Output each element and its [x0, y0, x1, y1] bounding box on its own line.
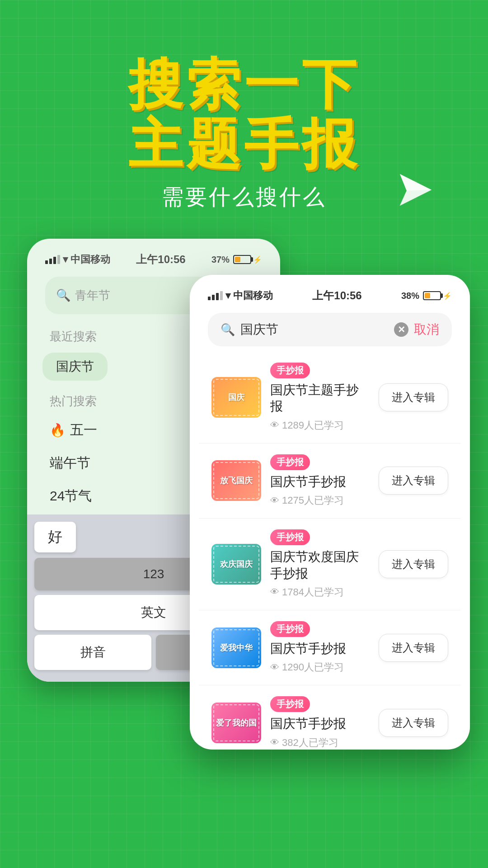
search-icon: 🔍 [56, 288, 70, 302]
back-status-bar: ▾ 中国移动 上午10:56 37% ⚡ [36, 248, 271, 271]
result-meta: 👁1290人已学习 [270, 660, 370, 674]
front-signal-bars [208, 291, 223, 300]
result-item[interactable]: 国庆 手抄报 国庆节主题手抄报 👁1289人已学习 进入专辑 [199, 352, 461, 443]
result-title: 国庆节手抄报 [270, 474, 370, 490]
kb-key-pinyin[interactable]: 拼音 [34, 635, 151, 670]
wifi-icon: ▾ [63, 254, 68, 265]
eye-icon: 👁 [270, 495, 279, 506]
result-item[interactable]: 放飞国庆 手抄报 国庆节手抄报 👁1275人已学习 进入专辑 [199, 443, 461, 519]
result-thumb: 欢庆国庆 [211, 544, 261, 585]
phones-area: ▾ 中国移动 上午10:56 37% ⚡ 🔍 青年节 取消 最近搜索 [18, 239, 470, 736]
front-status-right: 38% ⚡ [401, 291, 452, 301]
front-wifi-icon: ▾ [225, 290, 230, 302]
front-cancel-button[interactable]: 取消 [414, 321, 439, 338]
enter-album-button[interactable]: 进入专辑 [379, 383, 448, 411]
svg-marker-1 [400, 174, 432, 191]
back-status-right: 37% ⚡ [211, 255, 262, 265]
result-meta: 👁382人已学习 [270, 736, 370, 750]
back-status-left: ▾ 中国移动 [45, 253, 110, 266]
result-info: 手抄报 国庆节手抄报 👁1290人已学习 [270, 621, 370, 674]
result-badge: 手抄报 [270, 529, 310, 545]
kb-label-hao[interactable]: 好 [34, 522, 76, 552]
result-item[interactable]: 欢庆国庆 手抄报 国庆节欢度国庆手抄报 👁1784人已学习 进入专辑 [199, 519, 461, 610]
signal-bars [45, 255, 60, 264]
result-badge: 手抄报 [270, 363, 310, 378]
bolt-icon: ⚡ [253, 255, 262, 264]
eye-icon: 👁 [270, 662, 279, 673]
back-time: 上午10:56 [136, 252, 185, 267]
recent-tag-guoqing[interactable]: 国庆节 [42, 353, 108, 381]
eye-icon: 👁 [270, 587, 279, 597]
paper-plane-icon [398, 172, 434, 208]
result-thumb: 爱我中华 [211, 627, 261, 668]
enter-album-button[interactable]: 进入专辑 [379, 709, 448, 737]
result-badge: 手抄报 [270, 696, 310, 712]
back-carrier: 中国移动 [70, 253, 110, 266]
back-battery-pct: 37% [211, 255, 230, 265]
front-bolt-icon: ⚡ [443, 292, 452, 300]
result-thumb: 国庆 [211, 377, 261, 418]
front-status-left: ▾ 中国移动 [208, 289, 273, 302]
result-title: 国庆节手抄报 [270, 716, 370, 732]
result-meta: 👁1784人已学习 [270, 585, 370, 599]
result-info: 手抄报 国庆节欢度国庆手抄报 👁1784人已学习 [270, 529, 370, 599]
front-time: 上午10:56 [312, 288, 361, 303]
result-info: 手抄报 国庆节手抄报 👁382人已学习 [270, 696, 370, 749]
clear-search-button[interactable]: ✕ [394, 322, 408, 337]
result-info: 手抄报 国庆节主题手抄报 👁1289人已学习 [270, 363, 370, 432]
back-search-placeholder: 青年节 [75, 288, 205, 303]
result-item[interactable]: 爱了我的国 手抄报 国庆节手抄报 👁382人已学习 进入专辑 [199, 685, 461, 750]
result-title: 国庆节主题手抄报 [270, 382, 370, 415]
result-thumb: 爱了我的国 [211, 703, 261, 743]
result-meta: 👁1289人已学习 [270, 419, 370, 432]
result-thumb: 放飞国庆 [211, 460, 261, 501]
eye-icon: 👁 [270, 737, 279, 748]
enter-album-button[interactable]: 进入专辑 [379, 550, 448, 578]
hero-title-line1: 搜索一下 [0, 54, 488, 114]
result-info: 手抄报 国庆节手抄报 👁1275人已学习 [270, 454, 370, 507]
result-title: 国庆节手抄报 [270, 641, 370, 657]
result-badge: 手抄报 [270, 621, 310, 637]
enter-album-button[interactable]: 进入专辑 [379, 634, 448, 662]
front-search-icon: 🔍 [221, 323, 235, 337]
front-status-bar: ▾ 中国移动 上午10:56 38% ⚡ [199, 284, 461, 307]
result-title: 国庆节欢度国庆手抄报 [270, 549, 370, 582]
eye-icon: 👁 [270, 420, 279, 430]
hero-title-line2: 主题手报 [0, 114, 488, 174]
result-meta: 👁1275人已学习 [270, 494, 370, 507]
result-list: 国庆 手抄报 国庆节主题手抄报 👁1289人已学习 进入专辑 放飞国庆 手抄报 … [199, 352, 461, 750]
phone-front: ▾ 中国移动 上午10:56 38% ⚡ 🔍 国庆节 ✕ 取消 [190, 275, 470, 750]
front-search-query[interactable]: 国庆节 [240, 321, 389, 338]
battery-container: ⚡ [233, 255, 262, 264]
front-battery-container: ⚡ [423, 291, 452, 300]
front-carrier: 中国移动 [233, 289, 273, 302]
battery-icon [233, 255, 251, 264]
front-search-bar[interactable]: 🔍 国庆节 ✕ 取消 [208, 313, 452, 346]
fire-icon: 🔥 [50, 423, 66, 438]
front-battery-icon [423, 291, 441, 300]
result-badge: 手抄报 [270, 454, 310, 470]
enter-album-button[interactable]: 进入专辑 [379, 467, 448, 495]
front-battery-pct: 38% [401, 291, 419, 301]
result-item[interactable]: 爱我中华 手抄报 国庆节手抄报 👁1290人已学习 进入专辑 [199, 610, 461, 685]
